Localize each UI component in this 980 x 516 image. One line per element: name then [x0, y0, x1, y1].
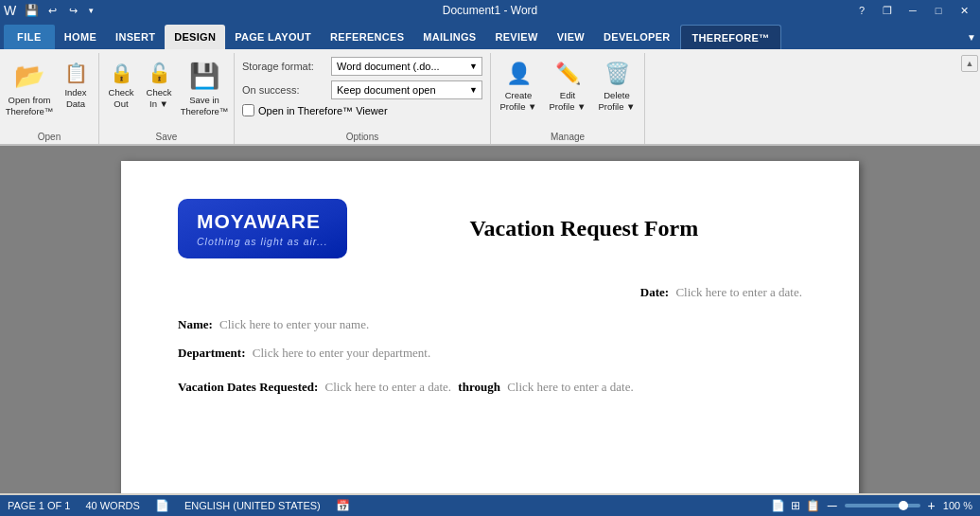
index-icon: 📋	[64, 61, 88, 85]
word-logo-icon: W	[4, 3, 16, 18]
window-title: Document1 - Word	[443, 4, 537, 17]
onsuccess-dropdown-arrow: ▼	[469, 85, 480, 95]
open-viewer-checkbox[interactable]	[242, 104, 254, 116]
save-icon: 💾	[189, 61, 219, 93]
ribbon-collapse-btn[interactable]: ▲	[961, 55, 978, 72]
checkout-icon: 🔒	[110, 61, 133, 85]
close-btn[interactable]: ✕	[952, 2, 976, 19]
open-viewer-label[interactable]: Open in Therefore™ Viewer	[258, 105, 388, 116]
tab-design[interactable]: DESIGN	[165, 25, 225, 49]
document-area: MOYAWARE Clothing as light as air... Vac…	[0, 146, 980, 493]
ribbon-options-btn[interactable]: ▼	[963, 25, 980, 49]
document-page: MOYAWARE Clothing as light as air... Vac…	[121, 161, 859, 493]
name-field: Name: Click here to enter your name.	[178, 317, 802, 332]
open-from-therefore-btn[interactable]: 📂 Open from Therefore™	[4, 57, 55, 123]
vacation-label: Vacation Dates Requested:	[178, 380, 318, 394]
onsuccess-select[interactable]: Keep document open ▼	[331, 80, 482, 99]
qat-undo-btn[interactable]: ↩	[43, 2, 61, 19]
minimize-btn[interactable]: ─	[901, 2, 925, 19]
save-group-label: Save	[103, 130, 230, 144]
index-data-btn[interactable]: 📋 Index Data	[57, 57, 95, 123]
logo-subtitle: Clothing as light as air...	[197, 236, 328, 247]
tab-therefore[interactable]: Therefore™	[680, 25, 782, 49]
tab-review[interactable]: REVIEW	[485, 25, 547, 49]
checkout-btn[interactable]: 🔒 Check Out	[103, 57, 139, 123]
tab-view[interactable]: VIEW	[548, 25, 594, 49]
help-btn[interactable]: ?	[849, 2, 874, 19]
maximize-btn[interactable]: □	[926, 2, 951, 19]
options-group-label: Options	[242, 130, 482, 144]
vacation-through-text: through	[458, 380, 500, 394]
tab-mailings[interactable]: MAILINGS	[413, 25, 485, 49]
delete-profile-btn[interactable]: 🗑️ Delete Profile ▼	[593, 57, 640, 123]
tab-file[interactable]: FILE	[4, 25, 55, 49]
vacation-to-value[interactable]: Click here to enter a date.	[507, 380, 634, 394]
tab-page-layout[interactable]: PAGE LAYOUT	[225, 25, 321, 49]
company-logo: MOYAWARE Clothing as light as air...	[178, 199, 347, 258]
checkin-icon: 🔓	[148, 61, 171, 85]
manage-group-label: Manage	[495, 130, 640, 144]
date-row: Date: Click here to enter a date.	[178, 285, 802, 300]
department-field: Department: Click here to enter your dep…	[178, 346, 802, 361]
tab-developer[interactable]: DEVELOPER	[594, 25, 680, 49]
storage-dropdown-arrow: ▼	[469, 62, 480, 71]
tab-insert[interactable]: INSERT	[106, 25, 165, 49]
create-profile-btn[interactable]: 👤 Create Profile ▼	[495, 57, 542, 123]
edit-profile-btn[interactable]: ✏️ Edit Profile ▼	[544, 57, 591, 123]
tab-references[interactable]: REFERENCES	[321, 25, 413, 49]
name-value[interactable]: Click here to enter your name.	[219, 317, 369, 331]
open-group-label: Open	[4, 130, 95, 144]
vacation-from-value[interactable]: Click here to enter a date.	[325, 380, 452, 394]
qat-dropdown-btn[interactable]: ▼	[84, 2, 97, 19]
storage-format-select[interactable]: Word document (.do... ▼	[331, 57, 482, 76]
date-label: Date:	[640, 285, 669, 299]
restore-btn[interactable]: ❐	[875, 2, 900, 19]
save-in-therefore-btn[interactable]: 💾 Save in Therefore™	[179, 57, 230, 123]
qat-save-btn[interactable]: 💾	[22, 2, 41, 19]
document-title: Vacation Request Form	[366, 216, 802, 241]
department-value[interactable]: Click here to enter your department.	[253, 346, 430, 360]
open-icon: 📂	[14, 61, 44, 93]
name-label: Name:	[178, 317, 213, 331]
qat-redo-btn[interactable]: ↪	[63, 2, 82, 19]
checkin-btn[interactable]: 🔓 Check In ▼	[141, 57, 177, 123]
onsuccess-label: On success:	[242, 84, 327, 96]
delete-profile-icon: 🗑️	[604, 61, 630, 88]
edit-profile-icon: ✏️	[555, 61, 581, 88]
create-profile-icon: 👤	[506, 61, 532, 88]
department-label: Department:	[178, 346, 245, 360]
tab-home[interactable]: HOME	[55, 25, 106, 49]
date-value[interactable]: Click here to enter a date.	[675, 285, 802, 299]
storage-format-label: Storage format:	[242, 61, 327, 72]
vacation-dates-field: Vacation Dates Requested: Click here to …	[178, 380, 802, 395]
